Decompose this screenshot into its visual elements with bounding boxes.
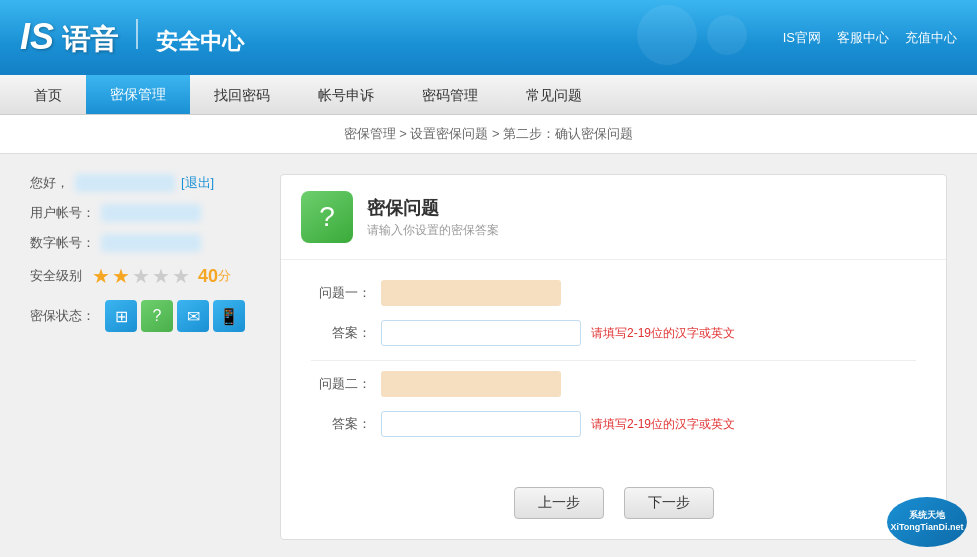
main-layout: 您好， [退出] 用户帐号： 数字帐号： 安全级别 xyxy=(0,154,977,557)
sec-icon-mail[interactable]: ✉ xyxy=(177,300,209,332)
content-area: 密保管理 > 设置密保问题 > 第二步：确认密保问题 您好， [退出] 用户帐号… xyxy=(0,115,977,557)
panel-question-mark: ? xyxy=(319,201,335,233)
nav-find-password[interactable]: 找回密码 xyxy=(190,75,294,114)
prev-button[interactable]: 上一步 xyxy=(514,487,604,519)
panel-icon: ? xyxy=(301,191,353,243)
right-panel: ? 密保问题 请输入你设置的密保答案 问题一： 答案： 请填写2-19位的汉 xyxy=(280,174,947,540)
score-unit: 分 xyxy=(218,267,231,285)
nav-security-manage[interactable]: 密保管理 xyxy=(86,75,190,114)
left-panel: 您好， [退出] 用户帐号： 数字帐号： 安全级别 xyxy=(30,174,250,540)
security-level-row: 安全级别 ★ ★ ★ ★ ★ 40 分 xyxy=(30,264,250,288)
breadcrumb: 密保管理 > 设置密保问题 > 第二步：确认密保问题 xyxy=(0,115,977,154)
security-label: 安全级别 xyxy=(30,267,82,285)
greeting-label: 您好， xyxy=(30,174,69,192)
logo-is: IS xyxy=(20,16,54,58)
panel-title-area: 密保问题 请输入你设置的密保答案 xyxy=(367,196,499,239)
answer1-row: 答案： 请填写2-19位的汉字或英文 xyxy=(311,320,916,346)
sec-icon-phone[interactable]: 📱 xyxy=(213,300,245,332)
logo-divider xyxy=(136,19,138,49)
main-nav: 首页 密保管理 找回密码 帐号申诉 密码管理 常见问题 xyxy=(0,75,977,115)
next-button[interactable]: 下一步 xyxy=(624,487,714,519)
form-area: 问题一： 答案： 请填写2-19位的汉字或英文 问题二： 答案 xyxy=(281,260,946,471)
answer1-input[interactable] xyxy=(381,320,581,346)
security-score: 40 xyxy=(198,266,218,287)
answer1-label: 答案： xyxy=(311,324,371,342)
greeting-row: 您好， [退出] xyxy=(30,174,250,192)
star-2: ★ xyxy=(112,264,130,288)
question2-row: 问题二： xyxy=(311,371,916,397)
header-subtitle: 安全中心 xyxy=(156,27,244,57)
account-value xyxy=(101,204,201,222)
nav-account-appeal[interactable]: 帐号申诉 xyxy=(294,75,398,114)
logout-link[interactable]: [退出] xyxy=(181,174,214,192)
nav-support-link[interactable]: 客服中心 xyxy=(837,29,889,47)
security-status-row: 密保状态： ⊞ ? ✉ 📱 xyxy=(30,300,250,332)
logo: IS 语音 安全中心 xyxy=(20,16,244,59)
nav-home[interactable]: 首页 xyxy=(10,75,86,114)
panel-subtitle: 请输入你设置的密保答案 xyxy=(367,222,499,239)
breadcrumb-text: 密保管理 > 设置密保问题 > 第二步：确认密保问题 xyxy=(344,126,634,141)
answer2-input[interactable] xyxy=(381,411,581,437)
digital-label: 数字帐号： xyxy=(30,234,95,252)
digital-value xyxy=(101,234,201,252)
nav-faq[interactable]: 常见问题 xyxy=(502,75,606,114)
nav-topup-link[interactable]: 充值中心 xyxy=(905,29,957,47)
star-3: ★ xyxy=(132,264,150,288)
panel-title: 密保问题 xyxy=(367,196,499,220)
star-5: ★ xyxy=(172,264,190,288)
answer1-hint: 请填写2-19位的汉字或英文 xyxy=(591,325,735,342)
nav-password-manage[interactable]: 密码管理 xyxy=(398,75,502,114)
question2-label: 问题二： xyxy=(311,375,371,393)
answer2-hint: 请填写2-19位的汉字或英文 xyxy=(591,416,735,433)
answer2-label: 答案： xyxy=(311,415,371,433)
footer-logo-text: 系统天地 XiTongTianDi.net xyxy=(890,510,963,533)
question1-value xyxy=(381,280,561,306)
question1-row: 问题一： xyxy=(311,280,916,306)
panel-header: ? 密保问题 请输入你设置的密保答案 xyxy=(281,175,946,260)
account-label: 用户帐号： xyxy=(30,204,95,222)
star-4: ★ xyxy=(152,264,170,288)
header-nav: IS官网 客服中心 充值中心 xyxy=(783,29,957,47)
form-divider xyxy=(311,360,916,361)
status-label: 密保状态： xyxy=(30,307,95,325)
header: IS 语音 安全中心 IS官网 客服中心 充值中心 xyxy=(0,0,977,75)
btn-row: 上一步 下一步 xyxy=(281,471,946,539)
logo-voice: 语音 xyxy=(62,21,118,59)
star-rating: ★ ★ ★ ★ ★ xyxy=(92,264,190,288)
security-icons: ⊞ ? ✉ 📱 xyxy=(105,300,245,332)
sec-icon-question[interactable]: ? xyxy=(141,300,173,332)
question1-label: 问题一： xyxy=(311,284,371,302)
star-1: ★ xyxy=(92,264,110,288)
nav-is-link[interactable]: IS官网 xyxy=(783,29,821,47)
answer2-row: 答案： 请填写2-19位的汉字或英文 xyxy=(311,411,916,437)
question2-value xyxy=(381,371,561,397)
username-value xyxy=(75,174,175,192)
digital-row: 数字帐号： xyxy=(30,234,250,252)
account-row: 用户帐号： xyxy=(30,204,250,222)
sec-icon-grid[interactable]: ⊞ xyxy=(105,300,137,332)
footer-logo: 系统天地 XiTongTianDi.net xyxy=(887,497,967,547)
